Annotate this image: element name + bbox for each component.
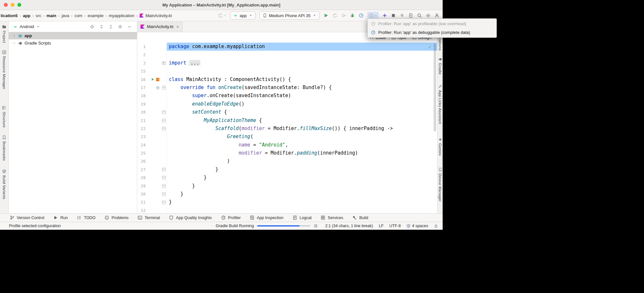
code-editor[interactable]: ✓ 1package com.example.myapplication23im… — [137, 43, 437, 213]
fold-marker-icon[interactable] — [162, 176, 166, 179]
tool-window-button-app-quality-insights[interactable]: App Quality Insights — [169, 215, 212, 220]
running-devices-button[interactable] — [408, 13, 413, 18]
code-text[interactable] — [167, 67, 437, 75]
fold-marker-icon[interactable] — [162, 184, 166, 188]
editor-scrollbar[interactable] — [434, 44, 436, 131]
profiler-menu-item-profileable[interactable]: Profiler: Run 'app' as profileable (low … — [368, 19, 496, 28]
profiler-menu-item-debuggable[interactable]: Profiler: Run 'app' as debuggable (compl… — [368, 28, 496, 37]
tool-window-button-run[interactable]: Run — [53, 215, 68, 220]
code-text[interactable]: ) — [167, 157, 437, 165]
project-view-selector[interactable]: Android — [20, 24, 34, 29]
code-text[interactable]: class MainActivity : ComponentActivity()… — [167, 76, 437, 84]
tool-window-button-device-manager[interactable]: Device Manager — [438, 167, 442, 202]
account-button[interactable] — [434, 13, 439, 18]
code-text[interactable]: name = "Android", — [167, 141, 437, 149]
panel-settings-icon[interactable] — [118, 25, 122, 29]
code-text[interactable]: } — [167, 166, 437, 174]
fold-marker-icon[interactable] — [162, 168, 166, 171]
code-text[interactable]: } — [167, 174, 437, 182]
code-text[interactable]: } — [167, 190, 437, 198]
fold-marker-icon[interactable] — [162, 201, 166, 204]
sync-project-button[interactable] — [218, 13, 226, 18]
breadcrumb-item-myapplication[interactable]: myapplication — [109, 13, 135, 18]
fold-marker-icon[interactable] — [162, 192, 166, 196]
settings-button[interactable] — [426, 13, 431, 18]
run-button[interactable] — [323, 13, 329, 18]
stop-button[interactable] — [391, 13, 396, 18]
tool-window-button-bookmarks[interactable]: Bookmarks — [2, 135, 6, 161]
code-text[interactable]: } — [167, 198, 437, 206]
tool-window-button-services[interactable]: Services — [321, 215, 343, 220]
expand-chevron-icon[interactable] — [13, 41, 16, 45]
code-text[interactable]: Scaffold(modifier = Modifier.fillMaxSize… — [167, 125, 437, 133]
caret-position[interactable]: 2:1 (34 chars, 1 line break) — [325, 224, 373, 228]
code-text[interactable]: package com.example.myapplication — [167, 43, 437, 51]
code-text[interactable]: super.onCreate(savedInstanceState) — [167, 92, 437, 100]
tool-window-button-gradle[interactable]: Gradle — [438, 57, 442, 75]
run-gutter-icon[interactable] — [151, 77, 155, 81]
cancel-build-button[interactable] — [313, 224, 318, 228]
indent-widget[interactable]: 4 spaces — [407, 224, 428, 228]
tool-window-button-build[interactable]: Build — [352, 215, 368, 220]
tool-window-button-resource-manager[interactable]: Resource Manager — [2, 50, 6, 89]
code-text[interactable]: Greeting( — [167, 133, 437, 141]
code-text[interactable]: enableEdgeToEdge() — [167, 100, 437, 108]
locate-file-icon[interactable] — [90, 25, 94, 29]
tool-window-button-project[interactable]: Project — [2, 25, 6, 43]
search-everywhere-button[interactable] — [417, 13, 422, 18]
code-text[interactable] — [167, 51, 437, 59]
close-button[interactable] — [4, 3, 8, 7]
tree-item-app[interactable]: app — [9, 32, 137, 39]
expand-all-icon[interactable] — [99, 25, 104, 29]
attach-debugger-button[interactable] — [399, 13, 405, 18]
breadcrumb-item-main[interactable]: main — [46, 13, 56, 18]
rerun-button[interactable] — [332, 13, 338, 18]
fold-marker-icon[interactable] — [162, 119, 166, 122]
code-text[interactable]: import ... — [167, 59, 437, 67]
tool-window-button-logcat[interactable]: Logcat — [293, 215, 312, 220]
fold-marker-icon[interactable] — [162, 86, 166, 89]
code-text[interactable]: setContent { — [167, 108, 437, 116]
hide-panel-icon[interactable] — [127, 25, 132, 29]
breadcrumb-item-example[interactable]: example — [88, 13, 103, 18]
breadcrumb-item-app[interactable]: app — [23, 13, 30, 18]
device-select[interactable]: Medium Phone API 35 — [259, 11, 320, 20]
chevron-down-icon[interactable] — [36, 25, 40, 29]
tree-item-gradle-scripts[interactable]: Gradle Scripts — [9, 39, 137, 47]
tool-window-button-build-variants[interactable]: Build Variants — [2, 169, 6, 199]
close-tab-icon[interactable]: × — [176, 24, 179, 29]
tool-window-button-version-control[interactable]: Version Control — [10, 215, 44, 220]
debug-button[interactable] — [350, 13, 355, 18]
tool-window-button-app-links-assistant[interactable]: App Links Assistant — [438, 84, 442, 124]
breadcrumb-item-com[interactable]: com — [74, 13, 82, 18]
tool-window-button-app-inspection[interactable]: App Inspection — [250, 215, 284, 220]
tool-window-button-gemini[interactable]: Gemini — [438, 137, 442, 156]
profiler-dropdown-button[interactable] — [367, 12, 379, 19]
tool-window-button-profiler[interactable]: Profiler — [221, 215, 241, 220]
profile-button[interactable] — [359, 13, 364, 18]
code-text[interactable]: modifier = Modifier.padding(innerPadding… — [167, 149, 437, 157]
compose-gutter-icon[interactable] — [156, 77, 160, 82]
expand-chevron-icon[interactable] — [13, 34, 16, 37]
tool-window-button-todo[interactable]: TODO — [77, 215, 95, 220]
code-text[interactable]: } — [167, 182, 437, 190]
zoom-button[interactable] — [17, 3, 21, 7]
line-separator[interactable]: LF — [379, 224, 384, 228]
code-text[interactable]: override fun onCreate(savedInstanceState… — [167, 84, 437, 92]
override-gutter-icon[interactable] — [156, 86, 160, 90]
apply-changes-button[interactable] — [341, 13, 346, 18]
tool-window-button-structure[interactable]: Structure — [2, 106, 6, 127]
fold-marker-icon[interactable] — [162, 110, 166, 114]
file-encoding[interactable]: UTF-8 — [389, 224, 401, 228]
readonly-lock-icon[interactable] — [434, 224, 438, 228]
fold-marker-icon[interactable] — [162, 127, 166, 130]
tool-window-button-terminal[interactable]: Terminal — [138, 215, 160, 220]
fold-marker-icon[interactable] — [162, 61, 166, 65]
breadcrumb-item-lication5[interactable]: lication5 — [1, 13, 18, 18]
inspections-ok-icon[interactable]: ✓ — [428, 44, 432, 50]
run-configuration-select[interactable]: app — [230, 11, 256, 20]
code-text[interactable] — [167, 207, 437, 213]
minimize-button[interactable] — [11, 3, 14, 7]
breadcrumb-item-mainactivity-kt[interactable]: MainActivity.kt — [139, 13, 172, 18]
breadcrumb-item-java[interactable]: java — [62, 13, 69, 18]
